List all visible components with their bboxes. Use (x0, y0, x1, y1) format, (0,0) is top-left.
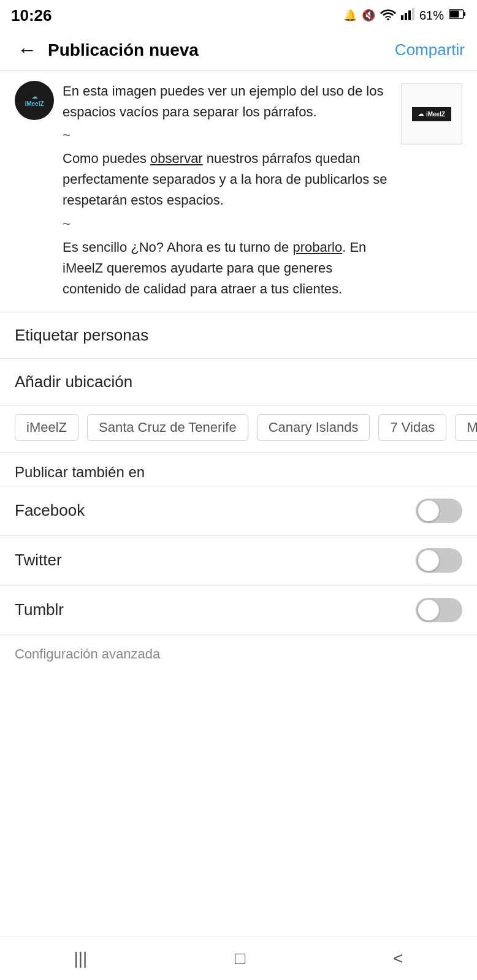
svg-rect-1 (401, 15, 403, 20)
location-tag-santacruz[interactable]: Santa Cruz de Tenerife (87, 414, 248, 441)
twitter-toggle[interactable] (416, 548, 462, 573)
tumblr-toggle-knob (418, 600, 439, 620)
tumblr-label: Tumblr (15, 600, 64, 619)
facebook-label: Facebook (15, 501, 85, 520)
svg-point-0 (387, 18, 389, 20)
tag-people-row[interactable]: Etiquetar personas (0, 312, 477, 358)
location-tag-imeelz[interactable]: iMeelZ (15, 414, 78, 441)
nav-home-button[interactable]: □ (223, 943, 258, 974)
tilde-1: ~ (63, 125, 392, 146)
location-tag-7vidas[interactable]: 7 Vidas (378, 414, 446, 441)
svg-rect-7 (450, 10, 459, 17)
status-bar: 10:26 🔔 🔇 61% (0, 0, 477, 29)
nav-back-button[interactable]: < (381, 943, 415, 974)
nav-menu-button[interactable]: ||| (61, 943, 99, 974)
thumbnail-label: ☁ iMeelZ (412, 107, 451, 121)
avatar-label: ☁iMeelZ (25, 93, 44, 108)
share-button[interactable]: Compartir (395, 40, 465, 59)
svg-rect-3 (408, 10, 411, 20)
tilde-2: ~ (63, 214, 392, 235)
avatar: ☁iMeelZ (15, 81, 54, 120)
post-thumbnail: ☁ iMeelZ (401, 83, 462, 145)
twitter-label: Twitter (15, 551, 62, 570)
svg-rect-4 (412, 8, 414, 20)
battery-percent: 61% (419, 9, 444, 23)
location-tag-more[interactable]: Mu... (455, 414, 477, 441)
post-paragraph-2: Como puedes observar nuestros párrafos q… (63, 148, 392, 211)
status-time: 10:26 (11, 6, 52, 25)
advanced-config-label: Configuración avanzada (15, 646, 160, 662)
location-tags-container: iMeelZ Santa Cruz de Tenerife Canary Isl… (0, 405, 477, 452)
post-text: En esta imagen puedes ver un ejemplo del… (63, 81, 392, 302)
page-title: Publicación nueva (48, 40, 395, 60)
post-paragraph-1: En esta imagen puedes ver un ejemplo del… (63, 81, 392, 123)
location-tag-canary[interactable]: Canary Islands (257, 414, 370, 441)
svg-rect-6 (464, 12, 465, 16)
tumblr-toggle-row: Tumblr (0, 586, 477, 635)
svg-rect-2 (405, 13, 407, 20)
nav-bar: ← Publicación nueva Compartir (0, 29, 477, 71)
advanced-config-row[interactable]: Configuración avanzada (0, 635, 477, 673)
facebook-toggle[interactable] (416, 499, 462, 523)
mute-icon: 🔇 (362, 9, 375, 22)
signal-icon (401, 8, 414, 23)
bottom-nav: ||| □ < (0, 936, 477, 980)
post-paragraph-3: Es sencillo ¿No? Ahora es tu turno de pr… (63, 237, 392, 300)
twitter-toggle-knob (418, 550, 439, 571)
add-location-label: Añadir ubicación (15, 372, 132, 391)
tag-people-label: Etiquetar personas (15, 326, 148, 345)
post-preview: ☁iMeelZ En esta imagen puedes ver un eje… (0, 71, 477, 312)
publish-title: Publicar también en (15, 464, 145, 480)
alarm-icon: 🔔 (343, 9, 357, 22)
facebook-toggle-knob (418, 500, 439, 521)
tumblr-toggle[interactable] (416, 598, 462, 622)
wifi-icon (380, 8, 396, 23)
add-location-row[interactable]: Añadir ubicación (0, 359, 477, 405)
battery-icon (449, 9, 466, 22)
back-button[interactable]: ← (12, 36, 42, 64)
facebook-toggle-row: Facebook (0, 486, 477, 535)
twitter-toggle-row: Twitter (0, 536, 477, 585)
status-icons: 🔔 🔇 61% (343, 8, 466, 23)
publish-section: Publicar también en (0, 453, 477, 486)
